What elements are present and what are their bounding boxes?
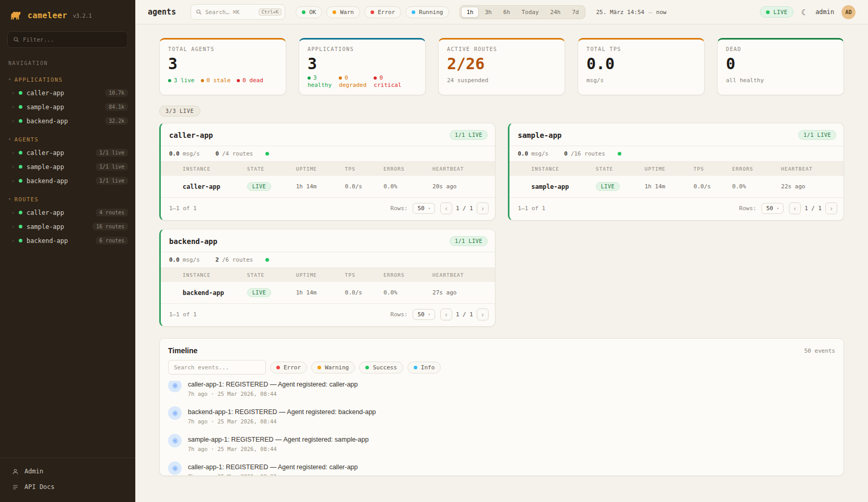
filter-chip-running[interactable]: Running (405, 6, 449, 18)
sidebar-item-applications-caller-app[interactable]: › caller-app 10.7k (0, 86, 135, 100)
detail-text: 3 live (174, 77, 195, 84)
filter-chip-error[interactable]: Error (364, 6, 401, 18)
rows-label: Rows: (739, 205, 756, 212)
dot-icon (308, 76, 311, 80)
rows-value: 50 (417, 205, 424, 212)
col-instance: INSTANCE (531, 162, 596, 176)
stat-details: 3 live 0 stale 0 dead (168, 77, 277, 84)
next-page-button[interactable]: › (477, 308, 489, 320)
prev-page-button[interactable]: ‹ (789, 202, 801, 214)
sidebar-item-routes-sample-app[interactable]: › sample-app 16 routes (0, 220, 135, 234)
stat-value: 3 (308, 55, 417, 72)
section-header-applications[interactable]: ▾ APPLICATIONS (0, 74, 135, 86)
app-card-stats: 0.0 msg/s 2 /6 routes (161, 252, 495, 268)
timeline-event[interactable]: backend-app-1: REGISTERED — Agent regist… (168, 402, 835, 429)
sidebar-item-api-docs[interactable]: API Docs (0, 479, 135, 495)
col-heartbeat: HEARTBEAT (432, 162, 487, 176)
chip-label: Success (373, 364, 397, 371)
sidebar-item-agents-caller-app[interactable]: › caller-app 1/1 live (0, 146, 135, 160)
table-row[interactable]: caller-app LIVE 1h 14m 0.0/s 0.0% 20s ag… (161, 176, 495, 197)
app-name-link[interactable]: sample-app (518, 131, 561, 139)
timeline-filter-error[interactable]: Error (270, 362, 307, 374)
timeline-event[interactable]: caller-app-1: REGISTERED — Agent registe… (168, 457, 835, 475)
cell-tps: 0.0/s (694, 177, 732, 196)
cell-uptime: 1h 14m (296, 177, 345, 196)
avatar[interactable]: AD (841, 5, 856, 19)
sidebar-item-routes-caller-app[interactable]: › caller-app 4 routes (0, 205, 135, 220)
timeline-event[interactable]: caller-app-1: REGISTERED — Agent registe… (168, 381, 835, 402)
status-dot-icon (365, 366, 369, 369)
pagination: ‹ 1 / 1 › (440, 202, 489, 214)
dot-icon (201, 79, 204, 82)
sidebar-item-routes-backend-app[interactable]: › backend-app 6 routes (0, 234, 135, 248)
item-badge: 1/1 live (96, 163, 128, 171)
app-card-backend-app: backend-app 1/1 LIVE 0.0 msg/s 2 /6 rout… (159, 229, 495, 327)
sidebar-filter[interactable] (7, 31, 128, 48)
filter-chip-warn[interactable]: Warn (326, 6, 360, 18)
prev-page-button[interactable]: ‹ (440, 202, 452, 214)
event-title: caller-app-1: REGISTERED — Agent registe… (188, 464, 358, 471)
time-range-6h[interactable]: 6h (498, 7, 515, 18)
time-range-1h[interactable]: 1h (461, 7, 478, 18)
col-heartbeat: HEARTBEAT (781, 162, 835, 176)
timeline-scroll-viewport[interactable]: caller-app-1: REGISTERED — Agent registe… (160, 381, 844, 475)
timeline-header: Timeline 50 events (160, 339, 844, 360)
app-name-link[interactable]: backend-app (169, 237, 218, 246)
timeline-filter-success[interactable]: Success (359, 362, 403, 374)
docs-icon (11, 484, 19, 491)
navigation-label: NAVIGATION (0, 55, 135, 68)
timeline-search-input[interactable] (168, 360, 266, 375)
item-label: backend-app (27, 177, 68, 185)
sidebar-item-agents-backend-app[interactable]: › backend-app 1/1 live (0, 174, 135, 188)
sidebar-item-agents-sample-app[interactable]: › sample-app 1/1 live (0, 160, 135, 174)
table-footer: 1–1 of 1 Rows: 50 ▾ ‹ 1 / 1 › (161, 303, 495, 326)
col-errors: ERRORS (384, 162, 432, 176)
sidebar-item-admin[interactable]: Admin (0, 464, 135, 479)
status-dot-icon (317, 366, 321, 369)
status-dot-icon (302, 10, 305, 14)
app-version: v3.2.1 (73, 13, 92, 19)
table-row[interactable]: backend-app LIVE 1h 14m 0.0/s 0.0% 27s a… (161, 282, 495, 303)
cell-heartbeat: 22s ago (781, 177, 835, 196)
time-range-group: 1h 3h 6h Today 24h 7d (459, 5, 585, 19)
sidebar-item-applications-backend-app[interactable]: › backend-app 32.2k (0, 114, 135, 128)
stat-sub: msg/s (586, 77, 696, 84)
dark-mode-toggle[interactable]: ☾ (801, 8, 808, 16)
item-badge: 32.2k (105, 117, 128, 125)
rows-per-page-select[interactable]: 50 ▾ (761, 203, 783, 214)
chevron-right-icon: › (11, 238, 15, 243)
global-search-input[interactable] (205, 9, 255, 16)
prev-page-button[interactable]: ‹ (440, 308, 452, 320)
timeline-event[interactable]: sample-app-1: REGISTERED — Agent registe… (168, 429, 835, 457)
filter-chip-ok[interactable]: OK (296, 6, 322, 18)
stat-title: ACTIVE ROUTES (447, 46, 556, 52)
time-range-today[interactable]: Today (516, 7, 544, 18)
rows-per-page-select[interactable]: 50 ▾ (413, 309, 435, 320)
stat-title: TOTAL TPS (586, 46, 696, 52)
section-header-agents[interactable]: ▾ AGENTS (0, 134, 135, 146)
next-page-button[interactable]: › (477, 202, 489, 214)
next-page-button[interactable]: › (825, 202, 837, 214)
section-label: ROUTES (15, 196, 39, 202)
time-range-7d[interactable]: 7d (567, 7, 584, 18)
time-range-3h[interactable]: 3h (480, 7, 497, 18)
timeline-filter-info[interactable]: Info (407, 362, 441, 374)
timeline-filter-warning[interactable]: Warning (311, 362, 355, 374)
time-range-24h[interactable]: 24h (545, 7, 566, 18)
col-uptime: UPTIME (296, 268, 345, 282)
section-label: AGENTS (15, 136, 39, 143)
stat-value: 0.0 (586, 55, 696, 72)
stat-sub: 24 suspended (447, 77, 556, 84)
rows-per-page-select[interactable]: 50 ▾ (413, 203, 435, 214)
col-instance: INSTANCE (183, 162, 247, 176)
table-row[interactable]: sample-app LIVE 1h 14m 0.0/s 0.0% 22s ag… (509, 176, 844, 197)
status-dot-icon (333, 10, 336, 14)
sidebar-filter-input[interactable] (23, 36, 122, 43)
live-count-badge: 1/1 LIVE (450, 236, 488, 246)
global-search[interactable]: Ctrl+K (190, 4, 285, 20)
section-header-routes[interactable]: ▾ ROUTES (0, 194, 135, 205)
stat-card-active-routes: ACTIVE ROUTES 2/26 24 suspended (438, 38, 565, 95)
sidebar-item-applications-sample-app[interactable]: › sample-app 84.1k (0, 100, 135, 114)
detail-label: critical (374, 82, 401, 88)
app-name-link[interactable]: caller-app (169, 131, 213, 139)
